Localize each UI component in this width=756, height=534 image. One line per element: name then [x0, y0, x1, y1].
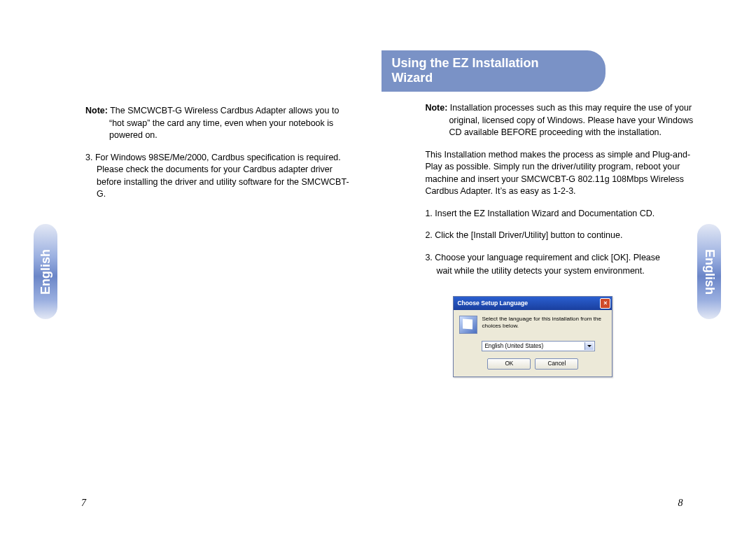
dialog-row-message: Select the language for this installatio… — [459, 316, 606, 334]
left-step-3: 3. For Windows 98SE/Me/2000, Cardbus spe… — [85, 152, 350, 201]
page-left: Note: The SMCWCBT-G Wireless Cardbus Ada… — [0, 0, 378, 534]
note-body: The SMCWCBT-G Wireless Cardbus Adapter a… — [109, 106, 339, 140]
installer-icon — [459, 316, 477, 334]
page-number-right: 8 — [678, 498, 682, 509]
dialog-buttons: OK Cancel — [459, 358, 606, 370]
dialog-titlebar: Choose Setup Language × — [454, 297, 612, 310]
language-select[interactable]: English (United States) — [482, 341, 595, 351]
setup-language-dialog: Choose Setup Language × Select the langu… — [453, 296, 612, 377]
section-title: Using the EZ Installation Wizard — [382, 50, 606, 92]
note-label: Note: — [425, 103, 447, 113]
section-title-line1: Using the EZ Installation — [391, 56, 596, 71]
dialog-title: Choose Setup Language — [457, 299, 528, 307]
step-3-line2: wait while the utility detects your syst… — [425, 265, 705, 278]
note-body: Installation processes such as this may … — [449, 103, 693, 137]
intro-paragraph: This Installation method makes the proce… — [425, 149, 705, 198]
language-tab-right: English — [697, 224, 721, 319]
cancel-button[interactable]: Cancel — [535, 358, 578, 370]
dialog-body: Select the language for this installatio… — [454, 310, 612, 377]
page-number-left: 7 — [81, 498, 86, 509]
section-title-line2: Wizard — [391, 71, 596, 85]
note-label: Note: — [85, 106, 108, 115]
step-1: 1. Insert the EZ Installation Wizard and… — [425, 208, 705, 220]
step-3-line1: 3. Choose your language requirement and … — [425, 252, 705, 265]
step-2: 2. Click the [Install Driver/Utility] bu… — [425, 230, 705, 242]
left-note: Note: The SMCWCBT-G Wireless Cardbus Ada… — [85, 105, 350, 142]
right-note: Note: Installation processes such as thi… — [425, 102, 705, 139]
right-content: Note: Installation processes such as thi… — [425, 102, 705, 377]
dialog-message: Select the language for this installatio… — [482, 316, 606, 330]
close-icon[interactable]: × — [600, 298, 610, 309]
ok-button[interactable]: OK — [487, 358, 531, 370]
language-select-value: English (United States) — [484, 343, 543, 349]
left-content: Note: The SMCWCBT-G Wireless Cardbus Ada… — [85, 105, 350, 201]
language-tab-right-label: English — [702, 248, 717, 294]
